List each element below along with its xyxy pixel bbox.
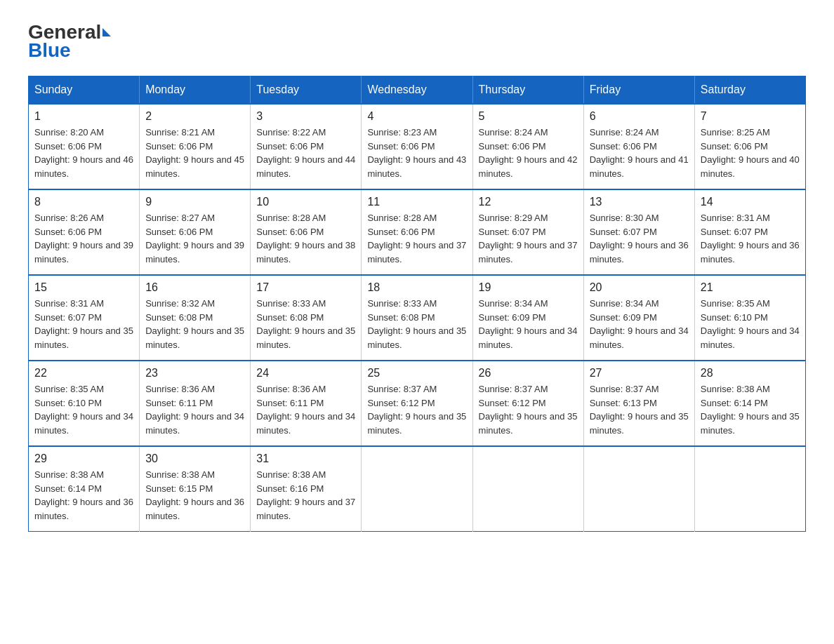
calendar-week-row: 8 Sunrise: 8:26 AMSunset: 6:06 PMDayligh…: [29, 189, 806, 275]
calendar-cell: 18 Sunrise: 8:33 AMSunset: 6:08 PMDaylig…: [362, 275, 472, 361]
day-info: Sunrise: 8:38 AMSunset: 6:15 PMDaylight:…: [145, 468, 244, 523]
calendar-cell: 19 Sunrise: 8:34 AMSunset: 6:09 PMDaylig…: [472, 275, 583, 361]
day-info: Sunrise: 8:33 AMSunset: 6:08 PMDaylight:…: [367, 297, 466, 351]
weekday-header-monday: Monday: [140, 76, 251, 105]
day-number: 18: [367, 281, 466, 294]
day-info: Sunrise: 8:23 AMSunset: 6:06 PMDaylight:…: [367, 126, 466, 180]
calendar-cell: 1 Sunrise: 8:20 AMSunset: 6:06 PMDayligh…: [29, 104, 140, 189]
calendar-cell: 26 Sunrise: 8:37 AMSunset: 6:12 PMDaylig…: [472, 361, 583, 446]
day-number: 25: [367, 367, 466, 380]
day-number: 24: [256, 367, 355, 380]
day-number: 26: [479, 367, 578, 380]
day-number: 28: [701, 367, 800, 380]
calendar-cell: 14 Sunrise: 8:31 AMSunset: 6:07 PMDaylig…: [694, 189, 805, 275]
day-number: 4: [367, 110, 466, 123]
day-info: Sunrise: 8:21 AMSunset: 6:06 PMDaylight:…: [145, 126, 244, 180]
day-number: 29: [34, 452, 133, 465]
day-info: Sunrise: 8:35 AMSunset: 6:10 PMDaylight:…: [701, 297, 800, 351]
day-info: Sunrise: 8:28 AMSunset: 6:06 PMDaylight:…: [367, 211, 466, 266]
calendar-cell: 25 Sunrise: 8:37 AMSunset: 6:12 PMDaylig…: [362, 361, 472, 446]
day-number: 13: [590, 196, 689, 208]
day-info: Sunrise: 8:35 AMSunset: 6:10 PMDaylight:…: [34, 382, 133, 437]
calendar-cell: 23 Sunrise: 8:36 AMSunset: 6:11 PMDaylig…: [140, 361, 251, 446]
calendar-cell: 8 Sunrise: 8:26 AMSunset: 6:06 PMDayligh…: [29, 189, 140, 275]
day-info: Sunrise: 8:38 AMSunset: 6:16 PMDaylight:…: [256, 468, 355, 523]
calendar-week-row: 22 Sunrise: 8:35 AMSunset: 6:10 PMDaylig…: [29, 361, 806, 446]
day-number: 7: [701, 110, 800, 123]
weekday-header-friday: Friday: [583, 76, 694, 105]
day-info: Sunrise: 8:38 AMSunset: 6:14 PMDaylight:…: [34, 468, 133, 523]
day-info: Sunrise: 8:31 AMSunset: 6:07 PMDaylight:…: [34, 297, 133, 351]
day-info: Sunrise: 8:24 AMSunset: 6:06 PMDaylight:…: [590, 126, 689, 180]
day-info: Sunrise: 8:25 AMSunset: 6:06 PMDaylight:…: [701, 126, 800, 180]
day-number: 11: [367, 196, 466, 208]
calendar-cell: 31 Sunrise: 8:38 AMSunset: 6:16 PMDaylig…: [251, 446, 362, 532]
day-info: Sunrise: 8:38 AMSunset: 6:14 PMDaylight:…: [701, 382, 800, 437]
day-number: 17: [256, 281, 355, 294]
calendar-cell: 15 Sunrise: 8:31 AMSunset: 6:07 PMDaylig…: [29, 275, 140, 361]
day-number: 27: [590, 367, 689, 380]
day-number: 21: [701, 281, 800, 294]
day-info: Sunrise: 8:26 AMSunset: 6:06 PMDaylight:…: [34, 211, 133, 266]
weekday-header-thursday: Thursday: [472, 76, 583, 105]
day-info: Sunrise: 8:36 AMSunset: 6:11 PMDaylight:…: [145, 382, 244, 437]
day-number: 20: [590, 281, 689, 294]
calendar-week-row: 15 Sunrise: 8:31 AMSunset: 6:07 PMDaylig…: [29, 275, 806, 361]
page-header: General Blue: [28, 21, 806, 62]
calendar-cell: 20 Sunrise: 8:34 AMSunset: 6:09 PMDaylig…: [583, 275, 694, 361]
calendar-cell: 5 Sunrise: 8:24 AMSunset: 6:06 PMDayligh…: [472, 104, 583, 189]
day-info: Sunrise: 8:24 AMSunset: 6:06 PMDaylight:…: [479, 126, 578, 180]
calendar-cell: 11 Sunrise: 8:28 AMSunset: 6:06 PMDaylig…: [362, 189, 472, 275]
calendar-cell: [583, 446, 694, 532]
logo: General Blue: [28, 21, 111, 62]
calendar-cell: [362, 446, 472, 532]
calendar-cell: 17 Sunrise: 8:33 AMSunset: 6:08 PMDaylig…: [251, 275, 362, 361]
calendar-cell: 10 Sunrise: 8:28 AMSunset: 6:06 PMDaylig…: [251, 189, 362, 275]
day-info: Sunrise: 8:34 AMSunset: 6:09 PMDaylight:…: [479, 297, 578, 351]
day-info: Sunrise: 8:32 AMSunset: 6:08 PMDaylight:…: [145, 297, 244, 351]
day-info: Sunrise: 8:22 AMSunset: 6:06 PMDaylight:…: [256, 126, 355, 180]
day-info: Sunrise: 8:29 AMSunset: 6:07 PMDaylight:…: [479, 211, 578, 266]
calendar-cell: 9 Sunrise: 8:27 AMSunset: 6:06 PMDayligh…: [140, 189, 251, 275]
calendar-header-row: SundayMondayTuesdayWednesdayThursdayFrid…: [29, 76, 806, 105]
day-number: 1: [34, 110, 133, 123]
calendar-cell: 21 Sunrise: 8:35 AMSunset: 6:10 PMDaylig…: [694, 275, 805, 361]
weekday-header-saturday: Saturday: [694, 76, 805, 105]
calendar-cell: 22 Sunrise: 8:35 AMSunset: 6:10 PMDaylig…: [29, 361, 140, 446]
day-info: Sunrise: 8:20 AMSunset: 6:06 PMDaylight:…: [34, 126, 133, 180]
calendar-cell: 4 Sunrise: 8:23 AMSunset: 6:06 PMDayligh…: [362, 104, 472, 189]
day-info: Sunrise: 8:31 AMSunset: 6:07 PMDaylight:…: [701, 211, 800, 266]
calendar-cell: 24 Sunrise: 8:36 AMSunset: 6:11 PMDaylig…: [251, 361, 362, 446]
calendar-cell: 2 Sunrise: 8:21 AMSunset: 6:06 PMDayligh…: [140, 104, 251, 189]
day-info: Sunrise: 8:37 AMSunset: 6:12 PMDaylight:…: [367, 382, 466, 437]
calendar-table: SundayMondayTuesdayWednesdayThursdayFrid…: [28, 76, 806, 532]
day-info: Sunrise: 8:28 AMSunset: 6:06 PMDaylight:…: [256, 211, 355, 266]
calendar-cell: 27 Sunrise: 8:37 AMSunset: 6:13 PMDaylig…: [583, 361, 694, 446]
day-info: Sunrise: 8:36 AMSunset: 6:11 PMDaylight:…: [256, 382, 355, 437]
calendar-cell: 3 Sunrise: 8:22 AMSunset: 6:06 PMDayligh…: [251, 104, 362, 189]
calendar-cell: 30 Sunrise: 8:38 AMSunset: 6:15 PMDaylig…: [140, 446, 251, 532]
day-number: 23: [145, 367, 244, 380]
calendar-cell: [694, 446, 805, 532]
weekday-header-tuesday: Tuesday: [251, 76, 362, 105]
day-number: 15: [34, 281, 133, 294]
calendar-week-row: 1 Sunrise: 8:20 AMSunset: 6:06 PMDayligh…: [29, 104, 806, 189]
calendar-cell: [472, 446, 583, 532]
day-number: 30: [145, 452, 244, 465]
day-number: 2: [145, 110, 244, 123]
calendar-cell: 28 Sunrise: 8:38 AMSunset: 6:14 PMDaylig…: [694, 361, 805, 446]
logo-triangle-icon: [102, 28, 111, 36]
day-info: Sunrise: 8:30 AMSunset: 6:07 PMDaylight:…: [590, 211, 689, 266]
day-number: 6: [590, 110, 689, 123]
day-number: 9: [145, 196, 244, 208]
day-info: Sunrise: 8:33 AMSunset: 6:08 PMDaylight:…: [256, 297, 355, 351]
weekday-header-wednesday: Wednesday: [362, 76, 472, 105]
calendar-cell: 7 Sunrise: 8:25 AMSunset: 6:06 PMDayligh…: [694, 104, 805, 189]
calendar-cell: 12 Sunrise: 8:29 AMSunset: 6:07 PMDaylig…: [472, 189, 583, 275]
calendar-cell: 16 Sunrise: 8:32 AMSunset: 6:08 PMDaylig…: [140, 275, 251, 361]
logo-blue-text: Blue: [28, 39, 111, 62]
day-info: Sunrise: 8:34 AMSunset: 6:09 PMDaylight:…: [590, 297, 689, 351]
calendar-cell: 6 Sunrise: 8:24 AMSunset: 6:06 PMDayligh…: [583, 104, 694, 189]
calendar-cell: 13 Sunrise: 8:30 AMSunset: 6:07 PMDaylig…: [583, 189, 694, 275]
day-number: 10: [256, 196, 355, 208]
